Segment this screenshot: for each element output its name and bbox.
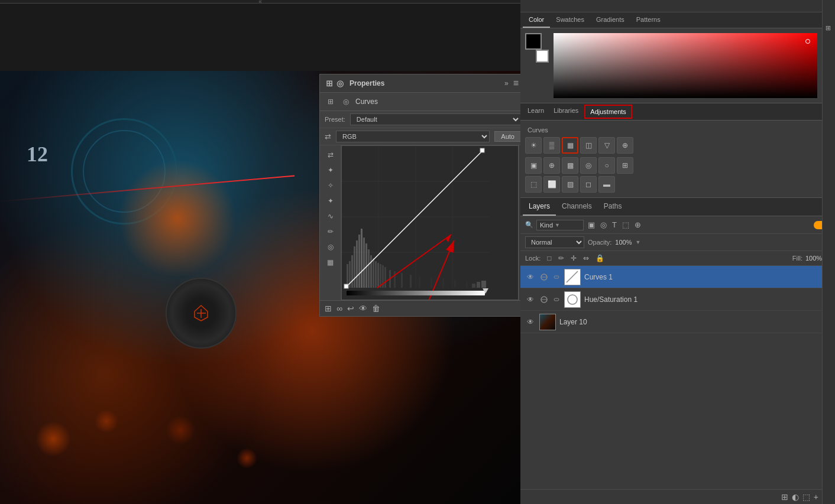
adj-photofilter-icon[interactable]: ▩ [562, 157, 578, 174]
tab-swatches[interactable]: Swatches [550, 12, 590, 28]
visibility-icon[interactable]: 👁 [359, 304, 367, 313]
svg-rect-14 [356, 240, 358, 288]
tab-paths[interactable]: Paths [598, 198, 628, 216]
color-crosshair [805, 39, 810, 44]
adj-brightness-icon[interactable]: ☀ [525, 137, 542, 154]
svg-rect-30 [410, 275, 412, 288]
color-picker-area [520, 28, 835, 103]
edge-layers-icon[interactable]: ⊞ [823, 24, 834, 32]
panel-collapse-bar: « [520, 0, 835, 12]
foreground-color[interactable] [525, 33, 542, 50]
lock-transparent-icon[interactable]: □ [545, 253, 553, 263]
filter-shape-icon[interactable]: ⬚ [621, 219, 630, 230]
layer-visibility-layer10[interactable]: 👁 [525, 317, 536, 327]
tab-channels[interactable]: Channels [556, 198, 598, 216]
svg-rect-28 [394, 271, 396, 288]
tool-histogram[interactable]: ▦ [323, 255, 338, 269]
adj-huesat-icon[interactable]: ⊕ [617, 137, 633, 154]
tab-learn[interactable]: Learn [523, 103, 549, 120]
add-mask-icon[interactable]: ⬚ [802, 492, 810, 502]
color-gradient-box[interactable] [554, 33, 817, 98]
auto-button[interactable]: Auto [494, 131, 520, 142]
lock-position-icon[interactable]: ✛ [569, 253, 578, 263]
opacity-label: Opacity: [588, 239, 611, 246]
layers-panel: Layers Channels Paths ≡ 🔍 Kind ▼ ▣ ◎ T ⬚ [520, 198, 835, 504]
tab-color[interactable]: Color [523, 12, 550, 28]
tab-patterns[interactable]: Patterns [630, 12, 666, 28]
curves-graph-wrapper: ⇄ ✦ ✧ ✦ ∿ ✏ ◎ ▦ [320, 145, 520, 300]
adj-selective-icon[interactable]: ◻ [580, 176, 597, 193]
filter-search[interactable]: Kind ▼ [536, 220, 584, 230]
layer-thumbnail-curves1 [564, 269, 581, 285]
properties-expand-button[interactable]: » [503, 78, 510, 89]
filter-type-icon[interactable]: T [611, 219, 618, 230]
lock-artboards-icon[interactable]: ⇔ [581, 253, 591, 263]
tab-adjustments[interactable]: Adjustments [584, 105, 632, 119]
toolbar-circle-icon[interactable]: ◎ [340, 96, 352, 108]
bokeh-4 [237, 448, 257, 469]
tab-libraries[interactable]: Libraries [549, 103, 583, 120]
tool-eyedropper-white[interactable]: ✦ [323, 163, 338, 177]
tab-gradients[interactable]: Gradients [590, 12, 630, 28]
canvas-area: « 12 [0, 0, 520, 504]
layer-link-curves1 [539, 272, 549, 282]
clip-highlights-icon[interactable]: ∞ [336, 304, 342, 313]
layer-item-curves1[interactable]: 👁 [520, 266, 835, 288]
svg-rect-17 [363, 238, 365, 288]
tool-eyedropper-black[interactable]: ✦ [323, 194, 338, 208]
channel-select[interactable]: RGB Red Green Blue [336, 131, 490, 142]
curves-svg[interactable] [341, 145, 519, 300]
adj-colorlookup-icon[interactable]: ○ [598, 157, 615, 174]
color-panel: Color Swatches Gradients Patterns ≡ [520, 12, 835, 103]
filter-adj-icon[interactable]: ◎ [599, 219, 608, 230]
adj-gradient-map-icon[interactable]: ▨ [562, 176, 578, 193]
new-layer-icon[interactable]: + [814, 492, 818, 502]
tool-target-adjust[interactable]: ◎ [323, 240, 338, 254]
adj-vibrance-icon[interactable]: ▽ [598, 137, 615, 154]
adj-exposure-icon[interactable]: ◫ [580, 137, 597, 154]
svg-rect-31 [419, 276, 420, 288]
adj-threshold-icon[interactable]: ⬜ [543, 176, 560, 193]
new-group-icon[interactable]: ⊞ [781, 492, 788, 502]
layer-visibility-huesat[interactable]: 👁 [525, 294, 536, 305]
blend-mode-select[interactable]: Normal [525, 236, 584, 248]
clip-shadows-icon[interactable]: ⊞ [325, 304, 332, 313]
tool-curve-edit[interactable]: ∿ [323, 209, 338, 223]
layer-item-layer10[interactable]: 👁 Layer 10 [520, 311, 835, 333]
adj-solid-color-icon[interactable]: ▬ [598, 176, 615, 193]
tool-pencil[interactable]: ✏ [323, 225, 338, 239]
svg-rect-46 [347, 291, 485, 295]
tool-eyedropper-gray[interactable]: ✧ [323, 178, 338, 193]
adj-invert-icon[interactable]: ⊞ [617, 157, 633, 174]
layer-name-layer10: Layer 10 [559, 318, 830, 326]
filter-pixel-icon[interactable]: ▣ [587, 219, 596, 230]
opacity-dropdown-arrow[interactable]: ▼ [636, 239, 641, 245]
adj-channelmix-icon[interactable]: ◎ [580, 157, 597, 174]
lock-all-icon[interactable]: 🔒 [594, 253, 606, 263]
toolbar-grid-icon[interactable]: ⊞ [325, 96, 336, 108]
tab-layers[interactable]: Layers [523, 198, 556, 216]
preset-select[interactable]: Default [350, 113, 520, 125]
properties-menu-button[interactable]: ≡ [512, 78, 520, 89]
adj-levels-icon[interactable]: ▒ [543, 137, 560, 154]
layer-visibility-curves1[interactable]: 👁 [525, 272, 536, 282]
layer-item-huesat[interactable]: 👁 [520, 288, 835, 311]
blend-opacity-row: Normal Opacity: 100% ▼ [520, 234, 835, 251]
lock-pixels-icon[interactable]: ✏ [556, 253, 566, 263]
lock-fill-row: Lock: □ ✏ ✛ ⇔ 🔒 Fill: 100% ▼ [520, 251, 835, 266]
svg-rect-35 [466, 282, 468, 288]
background-color[interactable] [536, 50, 549, 63]
curves-scrollbar[interactable] [519, 145, 520, 300]
curves-graph-area[interactable] [341, 145, 519, 300]
tool-arrows[interactable]: ⇄ [323, 148, 338, 162]
adj-poster-icon[interactable]: ⬚ [525, 176, 542, 193]
filter-smart-icon[interactable]: ⊕ [633, 219, 642, 230]
svg-rect-22 [375, 261, 377, 288]
adj-colorbal-icon[interactable]: ▣ [525, 157, 542, 174]
adjustments-tabs: Learn Libraries Adjustments ≡ [520, 103, 835, 121]
reset-icon[interactable]: ↩ [347, 304, 354, 313]
new-adj-layer-icon[interactable]: ◐ [792, 492, 799, 502]
delete-icon[interactable]: 🗑 [372, 304, 380, 313]
adj-curves-icon[interactable]: ▦ [562, 137, 578, 154]
adj-bw-icon[interactable]: ⊕ [543, 157, 560, 174]
